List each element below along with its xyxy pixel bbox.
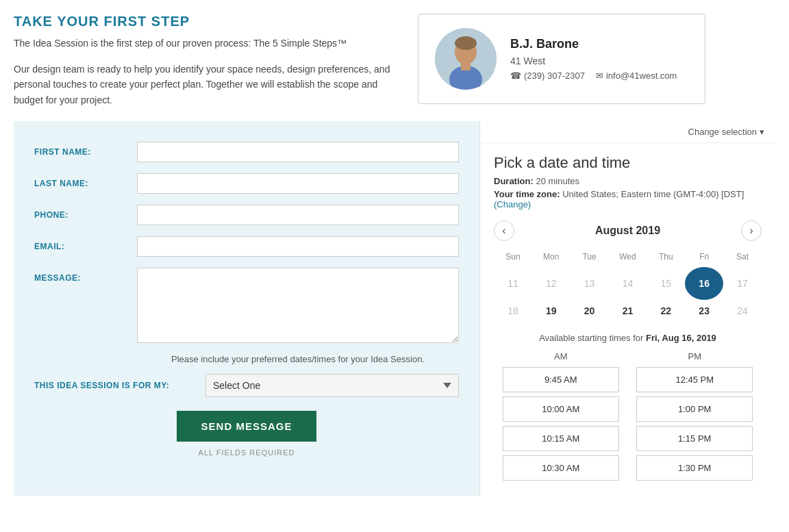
avatar [435, 28, 497, 90]
col-thu: Thu [647, 249, 685, 267]
form-hint: Please include your preferred dates/time… [137, 354, 459, 364]
phone-detail: ☎ (239) 307-2307 [510, 71, 585, 81]
select-row: THIS IDEA SESSION IS FOR MY: Select One … [34, 374, 459, 397]
chevron-down-icon: ▾ [760, 127, 764, 137]
cal-day-21[interactable]: 21 [609, 300, 647, 322]
required-note: ALL FIELDS REQUIRED [34, 448, 459, 457]
change-selection-text: Change selection [688, 127, 757, 137]
contact-info: B.J. Barone 41 West ☎ (239) 307-2307 ✉ i… [510, 37, 677, 81]
col-tue: Tue [571, 249, 609, 267]
top-section: TAKE YOUR FIRST STEP The Idea Session is… [14, 14, 775, 107]
cal-day-19[interactable]: 19 [532, 300, 571, 322]
time-100pm[interactable]: 1:00 PM [636, 396, 753, 422]
phone-number: (239) 307-2307 [524, 71, 585, 81]
intro-text: TAKE YOUR FIRST STEP The Idea Session is… [14, 14, 397, 107]
select-label: THIS IDEA SESSION IS FOR MY: [34, 381, 199, 390]
email-input[interactable] [137, 236, 459, 257]
svg-point-2 [455, 36, 477, 50]
cal-day-23[interactable]: 23 [685, 300, 723, 322]
pm-col: PM 12:45 PM 1:00 PM 1:15 PM 1:30 PM [628, 351, 762, 485]
table-row: 11 12 13 14 15 16 17 [494, 267, 762, 300]
next-month-button[interactable]: › [741, 220, 762, 241]
contact-name: B.J. Barone [510, 37, 677, 51]
cal-day-17: 17 [723, 267, 762, 300]
cal-day-11: 11 [494, 267, 532, 300]
time-130pm[interactable]: 1:30 PM [636, 455, 753, 481]
phone-input[interactable] [137, 205, 459, 225]
pm-header: PM [688, 351, 702, 362]
page-wrapper: TAKE YOUR FIRST STEP The Idea Session is… [0, 0, 789, 532]
cal-month: August 2019 [595, 225, 660, 237]
page-title: TAKE YOUR FIRST STEP [14, 14, 397, 29]
col-wed: Wed [609, 249, 647, 267]
calendar-panel[interactable]: Change selection ▾ Pick a date and time … [479, 121, 775, 496]
timezone-line: Your time zone: United States; Eastern t… [494, 189, 762, 210]
table-row: 18 19 20 21 22 23 24 [494, 300, 762, 322]
duration-line: Duration: 20 minutes [494, 176, 762, 186]
email-label: EMAIL: [34, 236, 130, 251]
svg-rect-4 [461, 62, 471, 71]
last-name-input[interactable] [137, 173, 459, 194]
phone-icon: ☎ [510, 71, 521, 81]
email-detail: ✉ info@41west.com [596, 71, 677, 81]
pick-title: Pick a date and time [494, 154, 762, 172]
chevron-right-icon: › [749, 225, 753, 237]
change-selection-link[interactable]: Change selection ▾ [688, 127, 764, 137]
cal-nav: ‹ August 2019 › [494, 220, 762, 241]
phone-row: PHONE: [34, 205, 459, 225]
phone-label: PHONE: [34, 205, 130, 220]
duration-label: Duration: [494, 176, 534, 186]
first-name-row: FIRST NAME: [34, 142, 459, 162]
intro-desc1: The Idea Session is the first step of ou… [14, 36, 397, 51]
avail-date: Fri, Aug 16, 2019 [646, 333, 716, 343]
calendar-body: Pick a date and time Duration: 20 minute… [480, 143, 775, 496]
time-1000am[interactable]: 10:00 AM [503, 396, 619, 422]
time-115pm[interactable]: 1:15 PM [636, 426, 753, 451]
cal-day-20[interactable]: 20 [571, 300, 609, 322]
col-sat: Sat [723, 249, 762, 267]
cal-day-18: 18 [494, 300, 532, 322]
cal-day-15: 15 [647, 267, 685, 300]
time-1030am[interactable]: 10:30 AM [503, 455, 619, 481]
message-label: MESSAGE: [34, 268, 130, 283]
email-row: EMAIL: [34, 236, 459, 257]
first-name-input[interactable] [137, 142, 459, 162]
cal-day-12: 12 [532, 267, 571, 300]
avail-label: Available starting times for [539, 333, 643, 343]
last-name-row: LAST NAME: [34, 173, 459, 194]
times-grid: AM 9:45 AM 10:00 AM 10:15 AM 10:30 AM PM… [494, 351, 762, 485]
timezone-change-link[interactable]: (Change) [494, 199, 531, 210]
cal-day-14: 14 [609, 267, 647, 300]
contact-card: B.J. Barone 41 West ☎ (239) 307-2307 ✉ i… [418, 14, 705, 104]
email-icon: ✉ [596, 71, 603, 81]
intro-desc2: Our design team is ready to help you ide… [14, 62, 397, 107]
last-name-label: LAST NAME: [34, 173, 130, 188]
am-col: AM 9:45 AM 10:00 AM 10:15 AM 10:30 AM [494, 351, 628, 485]
time-1015am[interactable]: 10:15 AM [503, 426, 619, 451]
idea-session-select[interactable]: Select One Residential Commercial Other [205, 374, 459, 397]
col-fri: Fri [685, 249, 723, 267]
email-address: info@41west.com [606, 71, 677, 81]
duration-value: 20 minutes [536, 176, 579, 186]
change-selection-bar: Change selection ▾ [480, 121, 775, 143]
time-945am[interactable]: 9:45 AM [503, 367, 619, 392]
calendar-grid: Sun Mon Tue Wed Thu Fri Sat 11 12 [494, 249, 762, 322]
timezone-label: Your time zone: [494, 189, 560, 199]
avail-title: Available starting times for Fri, Aug 16… [494, 333, 762, 343]
contact-company: 41 West [510, 55, 677, 66]
send-button[interactable]: SEND MESSAGE [177, 411, 317, 442]
cal-day-22[interactable]: 22 [647, 300, 685, 322]
col-sun: Sun [494, 249, 532, 267]
timezone-value: United States; Eastern time (GMT-4:00) [… [562, 189, 744, 199]
cal-day-16[interactable]: 16 [685, 267, 723, 300]
time-1245pm[interactable]: 12:45 PM [636, 367, 753, 392]
contact-details: ☎ (239) 307-2307 ✉ info@41west.com [510, 71, 677, 81]
first-name-label: FIRST NAME: [34, 142, 130, 157]
chevron-left-icon: ‹ [502, 225, 505, 237]
main-section: FIRST NAME: LAST NAME: PHONE: EMAIL: MES… [14, 121, 775, 496]
form-panel: FIRST NAME: LAST NAME: PHONE: EMAIL: MES… [14, 121, 479, 496]
message-textarea[interactable] [137, 268, 459, 343]
prev-month-button[interactable]: ‹ [494, 220, 514, 241]
am-header: AM [554, 351, 568, 362]
available-times: Available starting times for Fri, Aug 16… [494, 333, 762, 485]
